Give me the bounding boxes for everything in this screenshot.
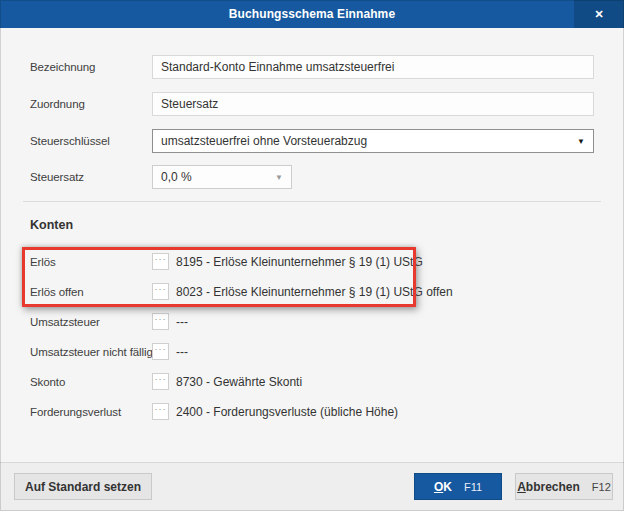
bezeichnung-input[interactable] [152, 55, 594, 79]
cancel-label: Abbrechen [517, 480, 580, 494]
ok-button[interactable]: OK F11 [414, 473, 502, 500]
erloes-label: Erlös [30, 250, 56, 274]
form-row-steuersatz: Steuersatz 0,0 % ▼ [30, 165, 594, 189]
ellipsis-icon: ··· [155, 405, 167, 414]
steuersatz-value: 0,0 % [161, 170, 269, 184]
umsatzsteuer-nicht-faellig-label: Umsatzsteuer nicht fällig [30, 340, 153, 364]
steuersatz-select: 0,0 % ▼ [152, 165, 292, 189]
zuordnung-label: Zuordnung [30, 92, 85, 116]
account-row-umsatzsteuer-nicht-faellig: Umsatzsteuer nicht fällig ··· --- [30, 340, 594, 364]
account-row-skonto: Skonto ··· 8730 - Gewährte Skonti [30, 370, 594, 394]
umsatzsteuer-value: --- [176, 310, 188, 334]
forderungsverlust-label: Forderungsverlust [30, 400, 121, 424]
buchungsschema-dialog: Buchungsschema Einnahme ✕ Bezeichnung Zu… [0, 0, 624, 511]
account-row-erloes: Erlös ··· 8195 - Erlöse Kleinunternehmer… [30, 250, 594, 274]
erloes-browse-button[interactable]: ··· [152, 253, 169, 270]
steuerschluessel-label: Steuerschlüssel [30, 129, 110, 153]
erloes-value: 8195 - Erlöse Kleinunternehmer § 19 (1) … [176, 250, 423, 274]
form-row-steuerschluessel: Steuerschlüssel umsatzsteuerfrei ohne Vo… [30, 129, 594, 153]
steuerschluessel-select[interactable]: umsatzsteuerfrei ohne Vorsteuerabzug ▼ [152, 129, 594, 153]
umsatzsteuer-nicht-faellig-value: --- [176, 340, 188, 364]
skonto-browse-button[interactable]: ··· [152, 373, 169, 390]
ellipsis-icon: ··· [155, 315, 167, 324]
umsatzsteuer-nicht-faellig-browse-button[interactable]: ··· [152, 343, 169, 360]
section-divider [23, 201, 601, 202]
zuordnung-input[interactable] [152, 92, 594, 116]
cancel-fkey-label: F12 [592, 481, 611, 493]
form-row-bezeichnung: Bezeichnung [30, 55, 594, 79]
umsatzsteuer-browse-button[interactable]: ··· [152, 313, 169, 330]
steuersatz-label: Steuersatz [30, 165, 84, 189]
ellipsis-icon: ··· [155, 345, 167, 354]
ellipsis-icon: ··· [155, 255, 167, 264]
forderungsverlust-browse-button[interactable]: ··· [152, 403, 169, 420]
ellipsis-icon: ··· [155, 285, 167, 294]
steuerschluessel-value: umsatzsteuerfrei ohne Vorsteuerabzug [161, 134, 571, 148]
erloes-offen-label: Erlös offen [30, 280, 84, 304]
cancel-button[interactable]: Abbrechen F12 [515, 473, 613, 500]
chevron-down-icon: ▼ [577, 137, 585, 146]
reset-default-label: Auf Standard setzen [25, 480, 141, 494]
forderungsverlust-value: 2400 - Forderungsverluste (übliche Höhe) [176, 400, 398, 424]
title-bar: Buchungsschema Einnahme [0, 0, 624, 28]
close-button[interactable]: ✕ [574, 0, 624, 28]
umsatzsteuer-label: Umsatzsteuer [30, 310, 100, 334]
skonto-label: Skonto [30, 370, 65, 394]
footer-bar: Auf Standard setzen OK F11 Abbrechen F12 [0, 462, 624, 511]
bezeichnung-label: Bezeichnung [30, 55, 95, 79]
account-row-forderungsverlust: Forderungsverlust ··· 2400 - Forderungsv… [30, 400, 594, 424]
erloes-offen-value: 8023 - Erlöse Kleinunternehmer § 19 (1) … [176, 280, 453, 304]
ok-label: OK [434, 480, 452, 494]
erloes-offen-browse-button[interactable]: ··· [152, 283, 169, 300]
chevron-down-icon: ▼ [275, 173, 283, 182]
reset-default-button[interactable]: Auf Standard setzen [14, 473, 152, 500]
form-row-zuordnung: Zuordnung [30, 92, 594, 116]
konten-heading: Konten [30, 218, 73, 232]
skonto-value: 8730 - Gewährte Skonti [176, 370, 302, 394]
ellipsis-icon: ··· [155, 375, 167, 384]
dialog-title: Buchungsschema Einnahme [229, 7, 395, 21]
ok-fkey-label: F11 [464, 481, 482, 493]
close-icon: ✕ [594, 8, 603, 21]
account-row-umsatzsteuer: Umsatzsteuer ··· --- [30, 310, 594, 334]
account-row-erloes-offen: Erlös offen ··· 8023 - Erlöse Kleinunter… [30, 280, 594, 304]
